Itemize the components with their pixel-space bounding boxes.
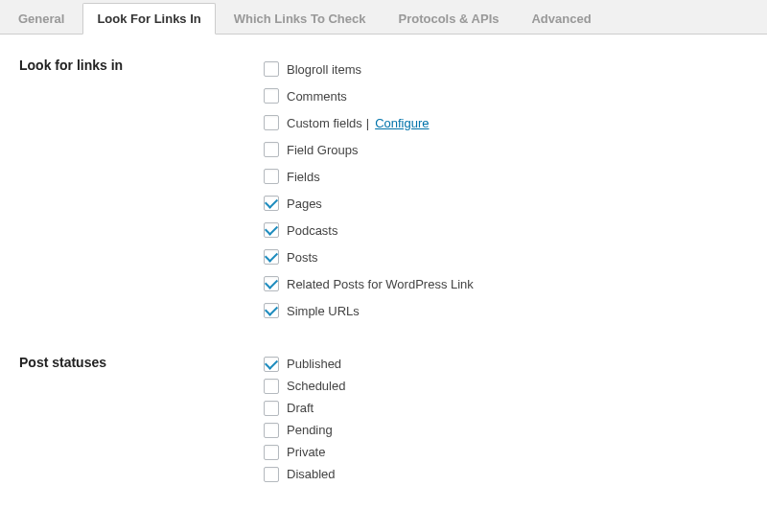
label-pages: Pages [287, 197, 322, 211]
option-fields: Fields [264, 163, 748, 190]
options-look-for-links: Blogroll items Comments Custom fields | … [264, 56, 748, 324]
option-podcasts: Podcasts [264, 217, 748, 243]
label-comments: Comments [287, 89, 347, 104]
label-fields: Fields [287, 170, 320, 184]
option-pending: Pending [264, 419, 748, 441]
section-look-for-links: Look for links in Blogroll items Comment… [19, 56, 748, 324]
section-label-look-for-links: Look for links in [19, 56, 264, 324]
label-posts: Posts [287, 250, 318, 265]
label-scheduled: Scheduled [287, 379, 345, 393]
label-podcasts: Podcasts [287, 223, 337, 238]
tab-which-links-to-check[interactable]: Which Links To Check [220, 3, 381, 34]
checkbox-custom-fields[interactable] [264, 115, 279, 130]
option-blogroll-items: Blogroll items [264, 56, 748, 82]
checkbox-blogroll-items[interactable] [264, 61, 279, 77]
option-private: Private [264, 441, 748, 463]
checkbox-pages[interactable] [264, 196, 279, 211]
option-comments: Comments [264, 82, 748, 109]
label-private: Private [287, 445, 325, 459]
label-simple-urls: Simple URLs [287, 304, 360, 318]
option-disabled: Disabled [264, 463, 748, 485]
label-blogroll-items: Blogroll items [287, 62, 361, 77]
option-custom-fields: Custom fields | Configure [264, 109, 748, 136]
checkbox-related-posts[interactable] [264, 276, 279, 291]
checkbox-fields[interactable] [264, 169, 279, 184]
checkbox-scheduled[interactable] [264, 379, 279, 394]
tab-protocols-apis[interactable]: Protocols & APIs [384, 3, 513, 34]
tabs-bar: General Look For Links In Which Links To… [0, 0, 767, 35]
checkbox-field-groups[interactable] [264, 142, 279, 157]
label-draft: Draft [287, 401, 314, 415]
option-draft: Draft [264, 397, 748, 419]
label-related-posts: Related Posts for WordPress Link [287, 277, 474, 291]
options-post-statuses: Published Scheduled Draft Pending Privat… [264, 353, 748, 485]
option-field-groups: Field Groups [264, 136, 748, 163]
option-pages: Pages [264, 190, 748, 217]
label-custom-fields: Custom fields [287, 116, 362, 130]
section-label-post-statuses: Post statuses [19, 353, 264, 485]
checkbox-simple-urls[interactable] [264, 303, 279, 318]
checkbox-private[interactable] [264, 445, 279, 460]
checkbox-comments[interactable] [264, 88, 279, 104]
checkbox-disabled[interactable] [264, 467, 279, 482]
option-scheduled: Scheduled [264, 375, 748, 397]
checkbox-podcasts[interactable] [264, 222, 279, 238]
tab-content: Look for links in Blogroll items Comment… [0, 35, 767, 532]
option-simple-urls: Simple URLs [264, 297, 748, 324]
checkbox-pending[interactable] [264, 423, 279, 438]
checkbox-published[interactable] [264, 357, 279, 372]
checkbox-posts[interactable] [264, 249, 279, 265]
tab-general[interactable]: General [4, 3, 79, 34]
separator: | [366, 116, 369, 130]
section-post-statuses: Post statuses Published Scheduled Draft … [19, 353, 748, 485]
tab-look-for-links-in[interactable]: Look For Links In [82, 3, 215, 35]
configure-link[interactable]: Configure [375, 116, 429, 130]
label-disabled: Disabled [287, 467, 336, 481]
option-related-posts: Related Posts for WordPress Link [264, 270, 748, 297]
label-published: Published [287, 357, 341, 371]
checkbox-draft[interactable] [264, 401, 279, 416]
label-pending: Pending [287, 423, 333, 437]
label-field-groups: Field Groups [287, 143, 358, 157]
tab-advanced[interactable]: Advanced [517, 3, 605, 34]
option-posts: Posts [264, 243, 748, 270]
option-published: Published [264, 353, 748, 375]
